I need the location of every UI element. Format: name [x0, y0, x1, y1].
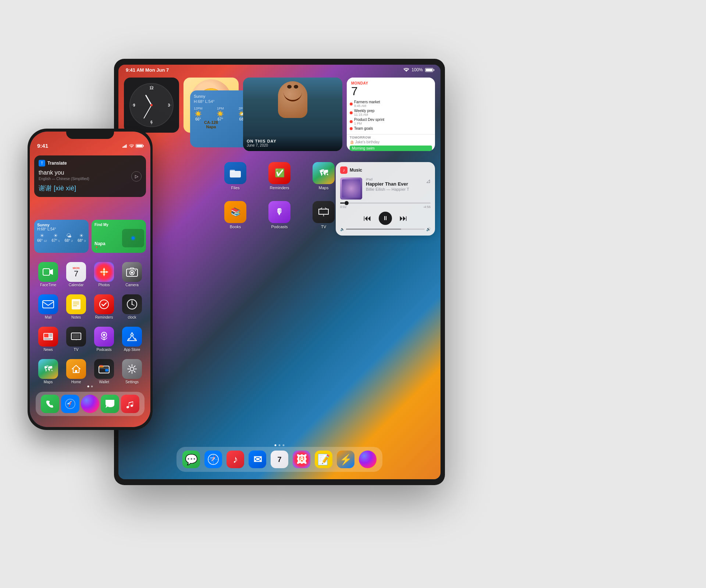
music-progress-bar[interactable]	[340, 202, 431, 204]
app-tv[interactable]: TV	[66, 327, 86, 352]
app-facetime[interactable]: FaceTime	[38, 262, 58, 287]
notes-icon[interactable]	[66, 294, 86, 314]
clock-icon[interactable]	[122, 294, 142, 314]
dock-photos[interactable]: 🖼	[293, 451, 310, 468]
messages-dock-icon[interactable]: 💬	[182, 451, 200, 468]
widget-clock[interactable]: 12 3 6 9	[124, 78, 179, 133]
notes-dock-icon[interactable]: 📝	[315, 451, 332, 468]
tv-app-icon[interactable]	[66, 327, 86, 347]
music-header: ♪ Music	[340, 166, 431, 174]
notes-label: Notes	[71, 315, 81, 319]
event-name: Team goals	[354, 126, 373, 130]
app-appstore[interactable]: App Store	[122, 327, 142, 352]
music-prev-btn[interactable]: ⏮	[363, 214, 371, 223]
dock-messages[interactable]	[101, 395, 119, 413]
safari-icon[interactable]	[61, 395, 79, 413]
app-podcasts[interactable]: 🎙 Podcasts	[268, 201, 290, 229]
widget-music[interactable]: ♪ Music iPad Happier Than Ever Billie Ei…	[336, 162, 435, 236]
calendar-dock-icon[interactable]: 7	[271, 451, 288, 468]
news-icon[interactable]	[38, 327, 58, 347]
maps-icon[interactable]: 🗺	[313, 162, 335, 184]
dock-mail[interactable]: ✉	[249, 451, 266, 468]
app-mail[interactable]: Mail	[38, 294, 58, 319]
files-icon[interactable]	[224, 162, 246, 184]
app-settings[interactable]: Settings	[122, 359, 142, 384]
podcasts-icon[interactable]	[94, 327, 114, 347]
app-podcasts[interactable]: Podcasts	[94, 327, 114, 352]
app-news[interactable]: News	[38, 327, 58, 352]
tv-icon[interactable]	[313, 201, 335, 223]
app-photos[interactable]: Photos	[94, 262, 114, 287]
dock-calendar[interactable]: 7	[271, 451, 288, 468]
app-reminders[interactable]: ✅ Reminders	[268, 162, 290, 190]
app-reminders[interactable]: Reminders	[94, 294, 114, 319]
facetime-icon[interactable]	[38, 262, 58, 282]
dock-music[interactable]: ♪	[227, 451, 244, 468]
dock-phone[interactable]	[41, 395, 59, 413]
photos-dock-icon[interactable]: 🖼	[293, 451, 310, 468]
app-tv[interactable]: TV	[313, 201, 335, 229]
mail-icon[interactable]	[38, 294, 58, 314]
shortcuts-dock-icon[interactable]: ⚡	[337, 451, 354, 468]
books-icon[interactable]: 📚	[224, 201, 246, 223]
music-next-btn[interactable]: ⏭	[399, 214, 407, 223]
podcasts-label: Podcasts	[271, 225, 288, 229]
weather-time-2: 1	[58, 239, 60, 243]
music-dock-icon[interactable]: ♪	[227, 451, 244, 468]
translate-play-btn[interactable]: ▷	[131, 171, 142, 182]
appstore-icon[interactable]	[122, 327, 142, 347]
widget-calendar[interactable]: MONDAY 7 Farmers market 9:45 AM	[347, 78, 435, 151]
dock-siri[interactable]	[81, 395, 99, 413]
app-files[interactable]: Files	[224, 162, 246, 190]
app-maps[interactable]: 🗺 Maps	[38, 359, 58, 384]
app-calendar[interactable]: MON 7 Calendar	[66, 262, 86, 287]
app-home[interactable]: Home	[66, 359, 86, 384]
music-app-icon[interactable]	[121, 395, 139, 413]
dock-shortcuts[interactable]: ⚡	[337, 451, 354, 468]
weather-icon-4: ☀	[78, 233, 86, 239]
app-notes[interactable]: Notes	[66, 294, 86, 319]
app-clock[interactable]: clock	[122, 294, 142, 319]
maps-app-icon[interactable]: 🗺	[38, 359, 58, 379]
siri-icon[interactable]	[81, 395, 99, 413]
widget-findmy[interactable]: Find My Napa 📍	[92, 220, 146, 253]
svg-rect-9	[126, 144, 127, 148]
settings-icon[interactable]	[122, 359, 142, 379]
app-camera[interactable]: Camera	[122, 262, 142, 287]
app-wallet[interactable]: Wallet	[94, 359, 114, 384]
dock-music[interactable]	[121, 395, 139, 413]
weather-condition-small: Sunny	[37, 223, 86, 227]
phone-icon[interactable]	[41, 395, 59, 413]
wallet-icon[interactable]	[94, 359, 114, 379]
app-maps[interactable]: 🗺 Maps	[313, 162, 335, 190]
dock-siri[interactable]	[359, 451, 377, 468]
siri-dock-icon[interactable]	[359, 451, 377, 468]
widget-translate[interactable]: T Translate thank you English — Chinese …	[34, 155, 146, 197]
dock-messages[interactable]: 💬	[182, 451, 200, 468]
dock-notes[interactable]: 📝	[315, 451, 332, 468]
podcasts-icon[interactable]: 🎙	[268, 201, 290, 223]
safari-dock-icon[interactable]	[204, 451, 222, 468]
dock-safari[interactable]	[204, 451, 222, 468]
home-icon[interactable]	[66, 359, 86, 379]
widget-weather-small[interactable]: Sunny H:68° L:54° ☀ 66° 12 ☀ 67° 1	[34, 220, 89, 253]
reminders-label: Reminders	[95, 315, 113, 319]
event-time: 9:45 AM	[354, 104, 380, 108]
ipad-time: 9:41 AM Mon Jun 7	[126, 67, 169, 73]
airplay-icon[interactable]: ⊿	[426, 178, 431, 184]
app-books[interactable]: 📚 Books	[224, 201, 246, 229]
reminders-icon[interactable]: ✅	[268, 162, 290, 184]
music-play-btn[interactable]: ⏸	[379, 212, 392, 225]
event-dot	[350, 111, 353, 114]
camera-icon[interactable]	[122, 262, 142, 282]
findmy-title: Find My	[95, 223, 143, 227]
mail-dock-icon[interactable]: ✉	[249, 451, 266, 468]
calendar-icon[interactable]: MON 7	[66, 262, 86, 282]
battery-icon	[425, 68, 433, 72]
volume-bar[interactable]	[346, 229, 425, 230]
reminders-icon[interactable]	[94, 294, 114, 314]
photos-icon[interactable]	[94, 262, 114, 282]
widget-photo[interactable]: ON THIS DAY June 7, 2020	[243, 78, 342, 151]
messages-icon[interactable]	[101, 395, 119, 413]
dock-safari[interactable]	[61, 395, 79, 413]
